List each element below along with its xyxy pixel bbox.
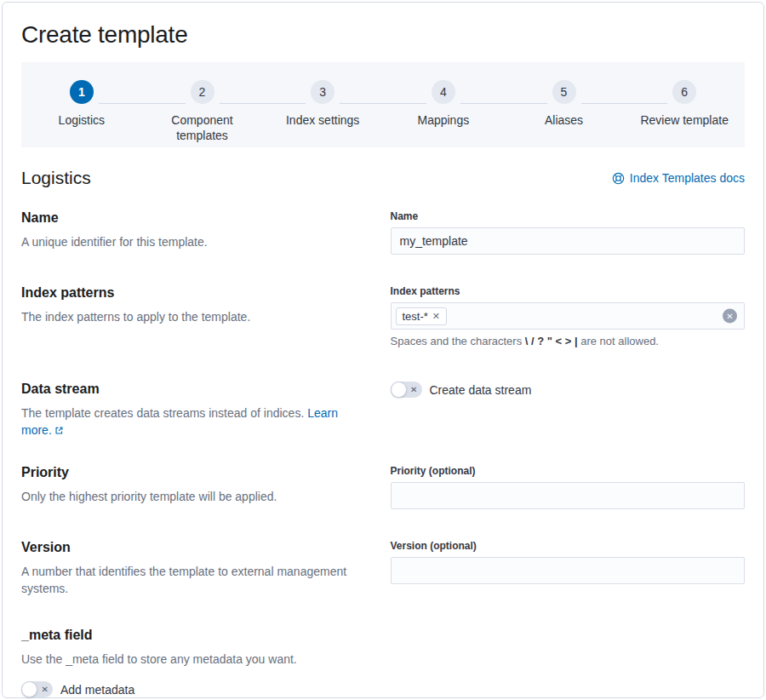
clear-combobox-icon[interactable]: ✕ [723, 309, 737, 324]
index-patterns-form-row: Index patterns The index patterns to app… [21, 285, 745, 347]
step-logistics[interactable]: 1 Logistics [21, 77, 142, 147]
section-header: Logistics Index Templates docs [21, 168, 745, 188]
index-patterns-field-label: Index patterns [391, 285, 746, 297]
toggle-off-icon: ✕ [410, 386, 417, 394]
name-row-description: A unique identifier for this template. [21, 233, 367, 250]
version-input[interactable] [391, 557, 746, 584]
step-label: Review template [637, 112, 731, 128]
meta-row-title: _meta field [21, 628, 367, 643]
priority-field-label: Priority (optional) [391, 465, 746, 477]
index-pattern-tag-text: test-* [403, 310, 428, 323]
name-row-title: Name [21, 210, 367, 226]
docs-link-label: Index Templates docs [630, 171, 745, 185]
step-label: Mappings [397, 112, 490, 128]
version-form-row: Version A number that identifies the tem… [21, 540, 745, 597]
version-field-label: Version (optional) [391, 540, 746, 552]
data-stream-form-row: Data stream The template creates data st… [21, 382, 745, 439]
toggle-knob [21, 681, 37, 697]
forbidden-characters: \ / ? " < > | [525, 335, 578, 347]
step-number[interactable]: 3 [311, 80, 334, 104]
step-aliases[interactable]: 5 Aliases [504, 77, 625, 147]
step-mappings[interactable]: 4 Mappings [383, 77, 504, 147]
help-icon [612, 172, 625, 185]
index-patterns-row-description: The index patterns to apply to the templ… [21, 308, 367, 325]
version-row-title: Version [21, 540, 367, 555]
name-field-label: Name [391, 210, 746, 222]
meta-field-form-row: _meta field Use the _meta field to store… [21, 628, 745, 700]
index-pattern-tag: test-* ✕ [396, 307, 448, 325]
toggle-knob [391, 382, 407, 398]
step-number[interactable]: 6 [672, 80, 696, 104]
section-title: Logistics [21, 168, 91, 188]
priority-form-row: Priority Only the highest priority templ… [21, 465, 745, 509]
external-link-icon [54, 422, 64, 439]
name-form-row: Name A unique identifier for this templa… [21, 210, 745, 255]
toggle-off-icon: ✕ [42, 686, 49, 694]
step-label: Aliases [517, 112, 611, 128]
add-metadata-switch-row[interactable]: ✕ Add metadata [21, 681, 134, 697]
index-templates-docs-link[interactable]: Index Templates docs [612, 171, 745, 185]
step-label: Logistics [35, 112, 129, 128]
create-template-panel: Create template 1 Logistics 2 Component … [2, 2, 764, 698]
add-metadata-toggle[interactable]: ✕ [21, 681, 53, 697]
step-label: Component templates [156, 112, 249, 143]
index-patterns-help-text: Spaces and the characters \ / ? " < > | … [391, 335, 746, 347]
remove-tag-icon[interactable]: ✕ [432, 312, 440, 321]
step-number[interactable]: 1 [70, 80, 94, 104]
step-number[interactable]: 4 [432, 80, 455, 104]
priority-row-title: Priority [21, 465, 367, 480]
step-index-settings[interactable]: 3 Index settings [262, 77, 383, 147]
meta-row-description: Use the _meta field to store any metadat… [21, 651, 367, 668]
priority-input[interactable] [391, 482, 746, 509]
priority-row-description: Only the highest priority template will … [21, 488, 367, 505]
create-data-stream-toggle[interactable]: ✕ [391, 382, 422, 398]
version-row-description: A number that identifies the template to… [21, 563, 367, 597]
index-patterns-combobox[interactable]: test-* ✕ ✕ [391, 302, 746, 330]
step-label: Index settings [276, 112, 369, 128]
step-number[interactable]: 2 [191, 80, 214, 104]
create-data-stream-switch-row[interactable]: ✕ Create data stream [391, 382, 532, 398]
step-component-templates[interactable]: 2 Component templates [142, 77, 263, 147]
index-patterns-row-title: Index patterns [21, 285, 367, 301]
step-indicator: 1 Logistics 2 Component templates 3 Inde… [21, 62, 745, 147]
add-metadata-label: Add metadata [60, 683, 134, 697]
create-data-stream-label: Create data stream [430, 383, 532, 397]
step-review-template[interactable]: 6 Review template [624, 77, 745, 147]
data-stream-row-description: The template creates data streams instea… [21, 405, 367, 439]
page-title: Create template [21, 21, 745, 49]
name-input[interactable] [391, 227, 746, 255]
data-stream-row-title: Data stream [21, 382, 367, 397]
step-number[interactable]: 5 [552, 80, 576, 104]
